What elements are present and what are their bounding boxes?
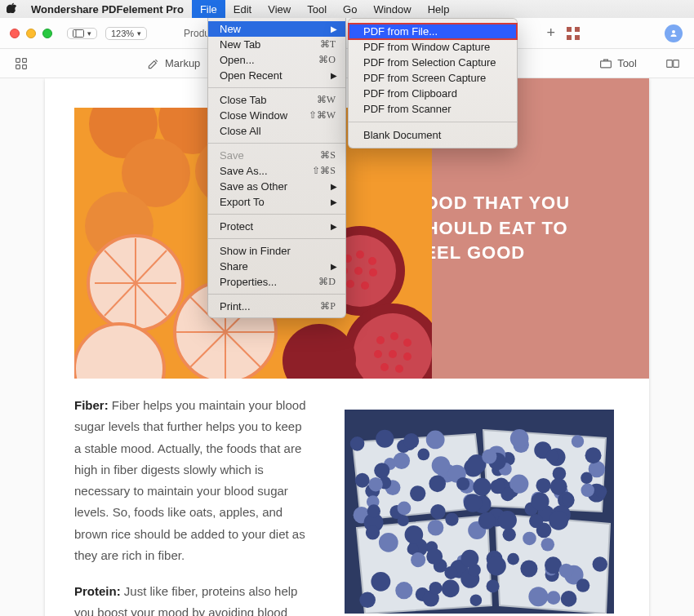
app-name: Wondershare PDFelement Pro [23,3,192,16]
svg-point-133 [510,429,529,448]
file-menu-share[interactable]: Share▶ [208,259,345,274]
window-titlebar: ▾ 123% ▾ Produ + [0,18,694,49]
menu-window[interactable]: Window [365,0,419,18]
svg-point-131 [371,572,390,592]
file-menu-new[interactable]: New▶ [208,21,345,37]
markup-label: Markup [165,57,200,69]
file-menu-save-as-other[interactable]: Save as Other▶ [208,179,345,194]
svg-point-118 [470,594,483,606]
menu-view[interactable]: View [260,0,299,18]
tool-button[interactable]: Tool [585,57,652,70]
svg-point-100 [426,548,443,565]
svg-point-85 [374,463,389,478]
svg-point-163 [491,479,505,494]
spread-view-button[interactable] [652,57,694,70]
file-menu-export-to[interactable]: Export To▶ [208,194,345,210]
fullscreen-window-icon[interactable] [42,29,52,38]
submenu-arrow-icon: ▶ [331,71,337,80]
menu-edit[interactable]: Edit [225,0,260,18]
account-avatar[interactable] [665,24,683,42]
menu-shortcut: ⇧⌘W [309,109,336,122]
svg-point-128 [398,502,412,516]
thumbnails-icon [15,57,28,70]
menu-separator [208,87,345,88]
menu-item-label: New [220,23,241,35]
new-submenu-pdf-from-screen-capture[interactable]: PDF from Screen Capture [349,70,517,86]
svg-point-44 [389,350,397,358]
document-viewport[interactable]: FOOD THAT YOU SHOULD EAT TO FEEL GOOD [0,78,694,616]
svg-point-169 [541,538,554,551]
apple-menu-icon[interactable] [0,2,23,16]
file-menu-protect[interactable]: Protect▶ [208,219,345,234]
svg-point-34 [354,267,363,275]
menu-item-label: Close All [220,125,261,137]
svg-point-43 [374,350,382,358]
file-menu-new-tab[interactable]: New Tab⌘T [208,37,345,52]
svg-point-153 [487,579,500,592]
new-tab-button[interactable]: + [546,24,555,42]
svg-point-41 [390,332,398,340]
menu-item-label: Show in Finder [220,245,291,257]
file-menu-save: Save⌘S [208,148,345,163]
menu-item-label: Save [220,149,244,162]
svg-point-166 [562,494,574,506]
protein-paragraph: Protein: Just like fiber, proteins also … [74,581,311,616]
menu-tool[interactable]: Tool [299,0,335,18]
file-menu-close-tab[interactable]: Close Tab⌘W [208,92,345,108]
file-menu-show-in-finder[interactable]: Show in Finder [208,243,345,259]
menu-item-label: Save As... [220,165,268,177]
zoom-value: 123% [111,29,134,38]
file-menu-print[interactable]: Print...⌘P [208,299,345,314]
file-menu-open[interactable]: Open...⌘O [208,52,345,68]
svg-point-171 [545,450,558,463]
svg-rect-6 [601,60,612,67]
minimize-window-icon[interactable] [26,29,36,38]
menu-item-label: Close Tab [220,94,267,106]
menu-item-label: New Tab [220,38,260,51]
traffic-lights[interactable] [10,29,52,38]
markup-button[interactable]: Markup [132,49,215,78]
file-menu-close-all[interactable]: Close All [208,123,345,139]
new-submenu-blank-document[interactable]: Blank Document [349,127,517,143]
new-submenu-pdf-from-file[interactable]: PDF from File... [349,24,517,39]
new-submenu-pdf-from-selection-capture[interactable]: PDF from Selection Capture [349,55,517,70]
new-submenu-pdf-from-window-capture[interactable]: PDF from Window Capture [349,39,517,55]
file-menu-save-as[interactable]: Save As...⇧⌘S [208,163,345,179]
app-toolbar: Markup Tool [0,49,694,78]
menu-separator [208,143,345,144]
file-menu-properties[interactable]: Properties...⌘D [208,274,345,290]
menu-file[interactable]: File [192,0,225,18]
zoom-selector[interactable]: 123% ▾ [105,27,147,40]
svg-point-112 [355,473,370,488]
thumbnails-button[interactable] [0,49,42,78]
document-tab[interactable]: Produ [184,28,210,39]
close-window-icon[interactable] [10,29,20,38]
new-submenu-pdf-from-scanner[interactable]: PDF from Scanner [349,101,517,117]
svg-point-108 [498,511,517,530]
menu-shortcut: ⌘W [317,94,336,106]
new-submenu-pdf-from-clipboard[interactable]: PDF from Clipboard [349,86,517,101]
svg-point-168 [460,550,478,568]
svg-point-45 [403,352,412,361]
svg-point-91 [405,525,424,544]
svg-point-58 [394,452,411,469]
svg-point-172 [593,556,608,572]
svg-rect-3 [23,58,27,62]
file-menu-open-recent[interactable]: Open Recent▶ [208,68,345,83]
grid-view-button[interactable] [567,27,580,40]
svg-rect-7 [667,60,673,67]
submenu-arrow-icon: ▶ [331,24,337,33]
menu-go[interactable]: Go [335,0,365,18]
menu-help[interactable]: Help [420,0,458,18]
svg-point-122 [417,449,429,461]
svg-point-148 [410,485,425,501]
menu-separator [349,122,517,122]
svg-point-165 [561,591,577,607]
file-menu-close-window[interactable]: Close Window⇧⌘W [208,108,345,123]
svg-point-123 [585,447,602,463]
menu-item-label: Properties... [220,276,277,288]
pdf-page: FOOD THAT YOU SHOULD EAT TO FEEL GOOD [45,78,649,616]
svg-point-37 [361,281,369,290]
svg-point-155 [350,437,365,451]
layout-mode-selector[interactable]: ▾ [67,28,97,39]
